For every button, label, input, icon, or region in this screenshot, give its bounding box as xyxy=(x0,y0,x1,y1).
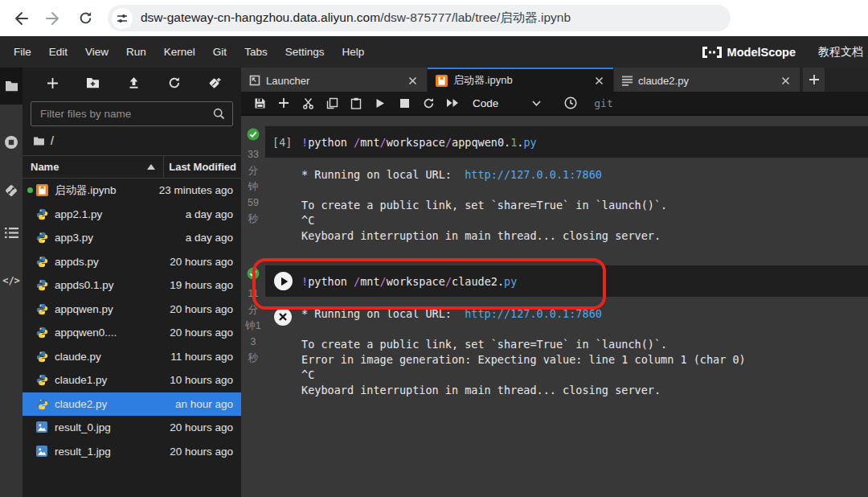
tab-启动器.ipynb[interactable]: 启动器.ipynb xyxy=(428,68,613,92)
menu-item-git[interactable]: Git xyxy=(204,46,235,58)
file-name: appds0.1.py xyxy=(55,279,170,291)
file-row[interactable]: appqwen.py20 hours ago xyxy=(23,298,241,322)
cell-main: [4]!python /mnt/workspace/appqwen0.1.py*… xyxy=(265,126,868,244)
column-header-modified[interactable]: Last Modified xyxy=(164,156,241,178)
execution-history-button[interactable] xyxy=(559,92,583,114)
add-cell-button[interactable] xyxy=(272,92,296,114)
cell-type-select[interactable]: Code xyxy=(473,97,541,109)
output-line: * Running on local URL: http://127.0.0.1… xyxy=(301,167,868,183)
file-row[interactable]: appds.py20 hours ago xyxy=(23,250,241,274)
menu-item-settings[interactable]: Settings xyxy=(276,46,334,58)
menu-item-run[interactable]: Run xyxy=(117,46,155,58)
cut-button[interactable] xyxy=(296,92,320,114)
breadcrumb-root[interactable]: / xyxy=(51,134,54,147)
output-text: * Running on local URL: xyxy=(301,168,465,181)
output-text: To create a public link, set `share=True… xyxy=(301,338,667,351)
docs-link[interactable]: 教程文档 xyxy=(818,45,863,60)
python-file-icon xyxy=(36,279,48,291)
cell-input[interactable]: !python /mnt/workspace/claude2.py xyxy=(265,265,868,297)
file-row[interactable]: claude.py11 hours ago xyxy=(23,345,241,369)
browser-back-button[interactable] xyxy=(11,9,31,28)
activity-item-git[interactable] xyxy=(0,172,23,209)
notebook-file-icon xyxy=(36,184,48,196)
close-tab-button[interactable] xyxy=(592,74,605,87)
paste-icon xyxy=(350,97,362,109)
modelscope-brand[interactable]: ModelScope xyxy=(702,46,796,59)
execution-time-segment: 59 xyxy=(248,195,259,211)
output-line: To create a public link, set `share=True… xyxy=(301,198,868,213)
activity-item-file-browser[interactable] xyxy=(0,68,23,105)
close-tab-button[interactable] xyxy=(779,74,792,87)
menu-item-view[interactable]: View xyxy=(76,46,117,58)
column-modified-label: Last Modified xyxy=(169,161,236,173)
file-name: claude.py xyxy=(55,351,170,363)
close-tab-button[interactable] xyxy=(406,74,419,87)
menu-item-kernel[interactable]: Kernel xyxy=(155,46,204,58)
menu-item-edit[interactable]: Edit xyxy=(40,46,76,58)
file-row[interactable]: appds0.1.py19 hours ago xyxy=(23,273,241,298)
new-tab-button[interactable] xyxy=(803,68,825,92)
stop-button[interactable] xyxy=(392,92,416,114)
tab-claude2.py[interactable]: claude2.py xyxy=(614,68,800,92)
notebook-area[interactable]: 33分钟59秒[4]!python /mnt/workspace/appqwen… xyxy=(241,116,868,497)
copy-button[interactable] xyxy=(320,92,344,114)
activity-item-table-of-contents[interactable] xyxy=(0,214,23,251)
run-button[interactable] xyxy=(368,92,392,114)
file-browser-icon xyxy=(5,80,18,92)
tab-Launcher[interactable]: Launcher xyxy=(241,68,427,92)
output-text: * Running on local URL: xyxy=(301,307,465,320)
file-row[interactable]: result_0.jpg20 hours ago xyxy=(23,416,241,440)
menu-item-tabs[interactable]: Tabs xyxy=(235,46,276,58)
code-editor-icon: </> xyxy=(2,275,20,286)
file-row[interactable]: appqwen0....20 hours ago xyxy=(23,321,241,345)
url-bar[interactable]: dsw-gateway-cn-hangzhou.data.aliyun.com/… xyxy=(108,5,731,31)
git-status-label[interactable]: git xyxy=(594,97,612,109)
file-row[interactable]: 启动器.ipynb23 minutes ago xyxy=(23,179,241,203)
file-row[interactable]: result_1.jpg20 hours ago xyxy=(23,440,241,464)
activity-item-code-editor[interactable]: </> xyxy=(0,262,23,299)
browser-reload-button[interactable] xyxy=(76,9,95,28)
execution-time-segment: 秒 xyxy=(248,350,259,366)
file-modified: a day ago xyxy=(186,232,233,244)
menu-item-help[interactable]: Help xyxy=(333,46,373,58)
new-folder-button[interactable] xyxy=(84,74,102,92)
cell-outputs: * Running on local URL: http://127.0.0.1… xyxy=(265,161,868,244)
git-clone-button[interactable] xyxy=(206,74,223,92)
file-row[interactable]: app2.1.pya day ago xyxy=(23,203,241,227)
file-row[interactable]: claude2.pyan hour ago xyxy=(23,392,241,417)
save-button[interactable] xyxy=(248,92,272,114)
menu-item-file[interactable]: File xyxy=(5,46,40,58)
code-token: ! xyxy=(301,136,308,149)
git-clone-icon xyxy=(208,76,222,90)
tab-label: Launcher xyxy=(266,75,400,87)
file-list: 启动器.ipynb23 minutes agoapp2.1.pya day ag… xyxy=(23,179,241,497)
column-header-name[interactable]: Name xyxy=(23,156,164,178)
restart-run-all-button[interactable] xyxy=(440,92,465,114)
activity-item-running-sessions[interactable] xyxy=(0,124,23,161)
output-line: To create a public link, set `share=True… xyxy=(301,337,868,352)
file-row[interactable]: claude1.py10 hours ago xyxy=(23,368,241,392)
browser-forward-button[interactable] xyxy=(43,9,63,28)
file-modified: an hour ago xyxy=(175,398,233,410)
new-launcher-button[interactable] xyxy=(43,74,61,92)
refresh-button[interactable] xyxy=(166,74,183,92)
run-cell-button[interactable] xyxy=(274,272,293,290)
filter-files-input[interactable] xyxy=(39,107,213,121)
new-launcher-icon xyxy=(47,77,59,89)
code-token: / xyxy=(445,136,452,149)
file-row[interactable]: app3.pya day ago xyxy=(23,226,241,250)
home-folder-icon[interactable] xyxy=(33,136,45,146)
output-line: ^C xyxy=(301,213,868,228)
main-dock-panel: Launcher启动器.ipynbclaude2.py Codegit 33分钟… xyxy=(241,68,868,497)
table-of-contents-icon xyxy=(5,228,18,238)
upload-button[interactable] xyxy=(125,74,142,92)
restart-button[interactable] xyxy=(416,92,440,114)
execution-time: 33分钟59秒 xyxy=(248,146,259,227)
code-line: !python /mnt/workspace/appqwen0.1.py xyxy=(301,136,537,149)
modelscope-brand-label: ModelScope xyxy=(727,46,796,59)
cell-input[interactable]: [4]!python /mnt/workspace/appqwen0.1.py xyxy=(265,126,868,158)
file-modified: 19 hours ago xyxy=(170,279,233,291)
interrupt-kernel-button[interactable] xyxy=(274,308,292,326)
site-settings-icon[interactable] xyxy=(112,8,133,29)
paste-button[interactable] xyxy=(344,92,368,114)
